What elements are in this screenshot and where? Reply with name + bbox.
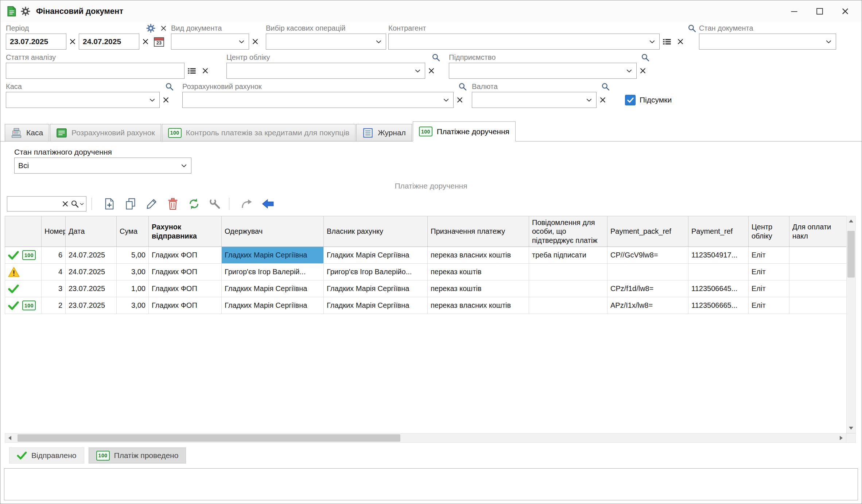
col-pack-ref[interactable]: Payment_pack_ref [607, 216, 688, 247]
cell-pack-ref[interactable]: CP//GcV9lw8= [607, 247, 688, 264]
enterprise-clear-button[interactable] [637, 63, 649, 79]
cash-register-clear-button[interactable] [160, 92, 172, 108]
tab-credit-payments-control[interactable]: 100 Контроль платежів за кредитами для п… [162, 124, 356, 141]
cell-invoice[interactable] [789, 280, 847, 297]
table-row[interactable]: 100 6 24.07.2025 5,00 Гладких ФОП Гладки… [5, 247, 847, 264]
cell-message[interactable] [529, 297, 607, 314]
cell-invoice[interactable] [789, 264, 847, 280]
cell-ref[interactable] [688, 264, 749, 280]
cell-recipient-selected[interactable]: Гладких Марія Сергіївна [222, 247, 324, 264]
scroll-left-button[interactable] [5, 434, 15, 442]
table-row[interactable]: 100 2 23.07.2025 3,00 Гладких ФОП Гладки… [5, 297, 847, 314]
cell-status[interactable]: 100 [5, 247, 42, 264]
tab-kasa[interactable]: Каса [5, 124, 49, 141]
cell-number[interactable]: 6 [42, 247, 66, 264]
cell-sum[interactable]: 3,00 [117, 297, 149, 314]
cell-center[interactable]: Еліт [749, 280, 789, 297]
cell-purpose[interactable]: переказ власних коштів [428, 297, 529, 314]
payment-state-select[interactable]: Всі [14, 158, 191, 174]
analysis-article-clear-button[interactable] [199, 63, 211, 79]
cell-center[interactable]: Еліт [749, 264, 789, 280]
calendar-button[interactable] [152, 34, 166, 50]
doc-type-select[interactable] [171, 34, 249, 50]
notes-area[interactable] [4, 468, 858, 500]
currency-clear-button[interactable] [597, 92, 609, 108]
settings-gear-icon[interactable] [21, 7, 30, 16]
cell-owner[interactable]: Гладких Марія Сергіївна [324, 247, 428, 264]
cell-center[interactable]: Еліт [749, 297, 789, 314]
refresh-button[interactable] [185, 195, 203, 212]
cell-date[interactable]: 24.07.2025 [66, 264, 117, 280]
doc-state-select[interactable] [699, 34, 836, 50]
period-to-clear-button[interactable] [139, 34, 152, 50]
cell-ref[interactable]: 1123504917... [688, 247, 749, 264]
send-forward-button[interactable] [238, 195, 256, 212]
cell-center[interactable]: Еліт [749, 247, 789, 264]
cell-purpose[interactable]: переказ коштів [428, 280, 529, 297]
col-purpose[interactable]: Призначення платежу [428, 216, 529, 247]
period-clear-icon[interactable] [160, 25, 167, 31]
counterparty-search-icon[interactable] [688, 24, 696, 32]
table-row[interactable]: 100 3 23.07.2025 1,00 Гладких ФОП Гладки… [5, 280, 847, 297]
counterparty-list-button[interactable] [660, 34, 674, 50]
col-sender[interactable]: Рахунок відправника [149, 216, 222, 247]
cell-status[interactable]: 100 [5, 280, 42, 297]
close-button[interactable] [832, 3, 858, 20]
cell-owner[interactable]: Григор'єв Ігор Валерійо... [324, 264, 428, 280]
accounting-center-clear-button[interactable] [425, 63, 438, 79]
analysis-article-list-button[interactable] [185, 63, 199, 79]
scroll-down-button[interactable] [847, 423, 855, 433]
settlement-account-search-icon[interactable] [458, 82, 467, 91]
col-ref[interactable]: Payment_ref [688, 216, 749, 247]
cell-recipient[interactable]: Гладких Марія Сергіївна [222, 280, 324, 297]
accounting-center-select[interactable] [226, 63, 425, 79]
cell-status[interactable]: 100 [5, 297, 42, 314]
cell-pack-ref[interactable] [607, 264, 688, 280]
cell-sender[interactable]: Гладких ФОП [149, 247, 222, 264]
minimize-button[interactable] [781, 3, 807, 20]
cell-number[interactable]: 3 [42, 280, 66, 297]
settings-button[interactable] [206, 195, 224, 212]
maximize-button[interactable] [807, 3, 832, 20]
enterprise-search-icon[interactable] [641, 53, 649, 62]
totals-checkbox[interactable] [625, 95, 636, 105]
period-settings-gear-icon[interactable] [146, 24, 155, 33]
horizontal-scrollbar[interactable] [5, 433, 856, 443]
cell-invoice[interactable] [789, 247, 847, 264]
cell-recipient[interactable]: Гладких Марія Сергіївна [222, 297, 324, 314]
table-search-input[interactable] [10, 199, 60, 209]
cell-purpose[interactable]: переказ власних коштів [428, 247, 529, 264]
period-from-clear-button[interactable] [66, 34, 79, 50]
cell-message[interactable] [529, 280, 607, 297]
settlement-account-select[interactable] [182, 92, 454, 108]
settlement-account-clear-button[interactable] [454, 92, 466, 108]
cash-register-select[interactable] [6, 92, 160, 108]
scroll-up-button[interactable] [847, 216, 855, 226]
cell-date[interactable]: 24.07.2025 [66, 247, 117, 264]
col-date[interactable]: Дата [66, 216, 117, 247]
col-number[interactable]: Номер [42, 216, 66, 247]
enterprise-select[interactable] [449, 63, 637, 79]
search-clear-button[interactable] [62, 201, 69, 207]
counterparty-clear-button[interactable] [674, 34, 687, 50]
add-record-button[interactable] [101, 195, 118, 212]
cell-pack-ref[interactable]: APz/I1x/lw8= [607, 297, 688, 314]
scroll-right-button[interactable] [836, 434, 846, 442]
cell-sender[interactable]: Гладких ФОП [149, 280, 222, 297]
vertical-scroll-thumb[interactable] [847, 231, 855, 278]
period-from-input[interactable]: 23.07.2025 [6, 34, 66, 50]
col-recipient[interactable]: Одержувач [222, 216, 324, 247]
vertical-scroll-track[interactable] [847, 226, 855, 423]
cell-sender[interactable]: Гладких ФОП [149, 264, 222, 280]
edit-record-button[interactable] [143, 195, 160, 212]
col-center[interactable]: Центр обліку [749, 216, 789, 247]
accounting-center-search-icon[interactable] [432, 53, 440, 62]
col-status[interactable] [5, 216, 42, 247]
search-options-button[interactable] [71, 200, 84, 208]
delete-record-button[interactable] [164, 195, 182, 212]
cell-sum[interactable]: 1,00 [117, 280, 149, 297]
currency-select[interactable] [472, 92, 597, 108]
cell-owner[interactable]: Гладких Марія Сергіївна [324, 280, 428, 297]
col-owner[interactable]: Власник рахунку [324, 216, 428, 247]
cell-message[interactable] [529, 264, 607, 280]
